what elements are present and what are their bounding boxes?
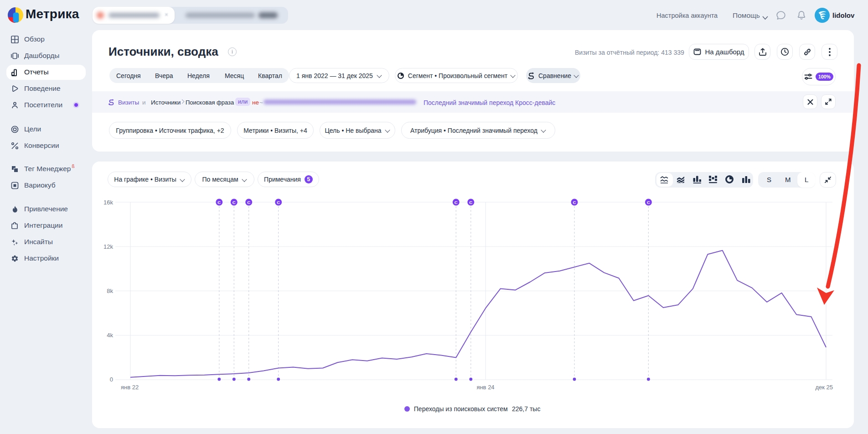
svg-text:C: C (277, 200, 280, 205)
svg-text:янв 22: янв 22 (121, 384, 139, 391)
svg-text:C: C (232, 200, 236, 205)
svg-text:C: C (455, 200, 458, 205)
svg-text:янв 24: янв 24 (476, 384, 494, 391)
svg-text:C: C (469, 200, 472, 205)
svg-text:C: C (573, 200, 576, 205)
svg-text:4k: 4k (107, 332, 113, 339)
svg-text:226,7 тыс: 226,7 тыс (512, 405, 540, 413)
svg-text:C: C (217, 200, 221, 205)
svg-text:C: C (247, 200, 250, 205)
svg-text:16k: 16k (103, 199, 113, 206)
svg-text:C: C (647, 200, 650, 205)
svg-text:дек 25: дек 25 (815, 384, 833, 391)
svg-text:12k: 12k (103, 243, 113, 250)
svg-text:Переходы из поисковых систем: Переходы из поисковых систем (414, 405, 508, 413)
svg-text:8k: 8k (107, 288, 113, 294)
svg-text:0: 0 (110, 376, 113, 383)
